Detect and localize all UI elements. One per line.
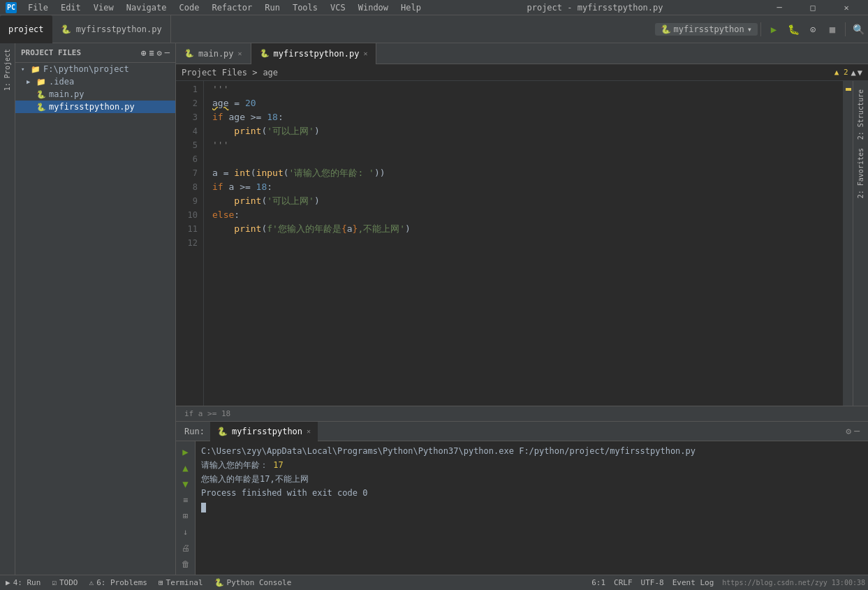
run-print-icon[interactable]: 🖨: [178, 541, 193, 556]
menu-refactor[interactable]: Refactor: [206, 1, 258, 14]
run-tab-close[interactable]: ✕: [307, 427, 311, 435]
run-up-icon[interactable]: ▲: [178, 460, 193, 475]
run-bottom-item[interactable]: ▶ 4: Run: [3, 578, 43, 587]
favorites-panel-label[interactable]: 2: Favorites: [855, 145, 866, 201]
warning-nav-up[interactable]: ▲: [851, 68, 856, 78]
run-output-line1: 您输入的年龄是17,不能上网: [201, 472, 862, 486]
code-line-5: ''': [212, 138, 834, 152]
menu-run[interactable]: Run: [259, 1, 286, 14]
python-console-label: Python Console: [227, 578, 292, 587]
menu-window[interactable]: Window: [353, 1, 394, 14]
sidebar-gear-icon[interactable]: ⚙: [157, 48, 162, 58]
code-line-4: print('可以上网'): [212, 124, 834, 138]
run-config-dropdown[interactable]: 🐍 myfirsstpython ▾: [655, 23, 758, 36]
problems-bottom-item[interactable]: ⚠ 6: Problems: [87, 578, 150, 587]
url-indicator: https://blog.csdn.net/zyy 13:00:38: [722, 579, 865, 587]
run-wrap-icon[interactable]: ≡: [178, 492, 193, 507]
menu-edit[interactable]: Edit: [55, 1, 87, 14]
terminal-bottom-item[interactable]: ⊞ Terminal: [156, 578, 206, 587]
tab-label-main: main.py: [198, 49, 234, 59]
python-file-icon2: 🐍: [36, 103, 46, 112]
menu-code[interactable]: Code: [174, 1, 205, 14]
run-tree-icon[interactable]: ⊞: [178, 509, 193, 524]
run-panel-toolbar: ⚙ ─: [846, 426, 865, 436]
problems-label: 6: Problems: [96, 578, 147, 587]
hint-text: if a >= 18: [184, 409, 230, 418]
maximize-button[interactable]: □: [797, 0, 829, 15]
crlf-indicator: CRLF: [614, 578, 633, 587]
code-line-11: print(f'您输入的年龄是{a},不能上网'): [212, 222, 834, 236]
tree-idea-label: .idea: [49, 77, 74, 87]
app-icon: PC: [6, 2, 17, 13]
menu-help[interactable]: Help: [395, 1, 427, 14]
python-console-bottom-item[interactable]: 🐍 Python Console: [212, 578, 295, 587]
run-delete-icon[interactable]: 🗑: [178, 557, 193, 572]
right-scrollbar[interactable]: [843, 81, 853, 406]
run-tab-myfirsstpython[interactable]: 🐍 myfirsstpython ✕: [210, 422, 318, 441]
menu-tools[interactable]: Tools: [287, 1, 323, 14]
run-settings-icon[interactable]: ⚙: [846, 426, 851, 436]
tree-root[interactable]: ▾ 📁 F:\python\project: [15, 63, 175, 75]
sidebar-settings-icon[interactable]: ≡: [149, 48, 154, 58]
run-panel: Run: 🐍 myfirsstpython ✕ ⚙ ─ ▶ ▲ ▼: [176, 421, 868, 575]
run-down-icon[interactable]: ▼: [178, 476, 193, 491]
project-tab[interactable]: project: [0, 15, 52, 43]
run-button[interactable]: ▶: [764, 20, 784, 39]
run-panel-tabs: Run: 🐍 myfirsstpython ✕ ⚙ ─: [176, 422, 868, 441]
project-label[interactable]: 1: Project: [2, 46, 13, 94]
close-button[interactable]: ✕: [830, 0, 862, 15]
todo-label: TODO: [59, 578, 78, 587]
sidebar-add-icon[interactable]: ⊕: [141, 48, 146, 58]
run-label: Run:: [179, 427, 210, 436]
search-button[interactable]: 🔍: [848, 20, 868, 39]
sidebar-header: Project Files ⊕ ≡ ⚙ ─: [15, 43, 175, 63]
run-config-label: myfirsstpython: [674, 24, 744, 34]
separator: [760, 22, 761, 36]
right-side-panel: 2: Structure 2: Favorites: [853, 81, 868, 406]
todo-bottom-item[interactable]: ☑ TODO: [49, 578, 80, 587]
project-tab-file[interactable]: 🐍 myfirsstpython.py: [52, 15, 170, 43]
menu-vcs[interactable]: VCS: [325, 1, 351, 14]
editor-tab-main[interactable]: 🐍 main.py ✕: [176, 43, 251, 64]
debug-button[interactable]: 🐛: [784, 20, 803, 39]
run-side-icons: ▶ ▲ ▼ ≡ ⊞ ↓ 🖨 🗑: [176, 441, 196, 575]
run-close-icon[interactable]: ─: [854, 426, 860, 436]
tree-main-py[interactable]: ▶ 🐍 main.py: [15, 88, 175, 101]
stop-button[interactable]: ■: [823, 20, 842, 39]
structure-panel-label[interactable]: 2: Structure: [855, 87, 866, 142]
bottom-toolbar: ▶ 4: Run ☑ TODO ⚠ 6: Problems ⊞ Terminal…: [0, 575, 868, 590]
left-strip: 1: Project: [0, 43, 15, 575]
menu-view[interactable]: View: [88, 1, 119, 14]
run-output-line2: Process finished with exit code 0: [201, 486, 862, 500]
tab-label-myfirsstpython: myfirsstpython.py: [274, 49, 360, 59]
menu-navigate[interactable]: Navigate: [121, 1, 172, 14]
tab-close-myfirsstpython[interactable]: ✕: [363, 50, 367, 57]
tree-arrow2: ▶: [27, 78, 35, 85]
event-log-link[interactable]: Event Log: [672, 578, 714, 587]
minimize-button[interactable]: ─: [763, 0, 795, 15]
code-editor-area: 1 2 3 4 5 6 7 8 9 10 11 12 ''' age = 20: [176, 81, 868, 406]
run-output[interactable]: C:\Users\zyy\AppData\Local\Programs\Pyth…: [196, 441, 868, 575]
run-config-arrow: ▾: [747, 24, 752, 34]
warning-count: ▲ 2: [834, 68, 848, 77]
code-content[interactable]: ''' age = 20 if age >= 18: print('可以上网')…: [204, 81, 843, 406]
run-play-icon[interactable]: ▶: [178, 444, 193, 459]
warning-nav-down[interactable]: ▼: [858, 68, 862, 78]
coverage-button[interactable]: ⊙: [803, 20, 823, 39]
sidebar-minimize-icon[interactable]: ─: [165, 48, 170, 58]
code-line-1: ''': [212, 82, 834, 96]
tree-idea-folder[interactable]: ▶ 📁 .idea: [15, 75, 175, 88]
tab-close-main[interactable]: ✕: [238, 50, 242, 57]
tree-myfirsstpython[interactable]: ▶ 🐍 myfirsstpython.py: [15, 101, 175, 113]
run-scroll-icon[interactable]: ↓: [178, 525, 193, 540]
menu-file[interactable]: File: [22, 1, 54, 14]
python-file-icon: 🐍: [36, 90, 46, 99]
bottom-status-right: 6:1 CRLF UTF-8 Event Log https://blog.cs…: [591, 578, 865, 587]
editor-tab-myfirsstpython[interactable]: 🐍 myfirsstpython.py ✕: [251, 43, 377, 64]
code-editor[interactable]: 1 2 3 4 5 6 7 8 9 10 11 12 ''' age = 20: [176, 81, 853, 406]
sidebar: Project Files ⊕ ≡ ⚙ ─ ▾ 📁 F:\python\proj…: [15, 43, 176, 575]
code-line-10: else:: [212, 208, 834, 222]
folder-icon: 📁: [31, 65, 41, 74]
terminal-label: Terminal: [166, 578, 203, 587]
tree-main-py-label: main.py: [49, 89, 84, 99]
